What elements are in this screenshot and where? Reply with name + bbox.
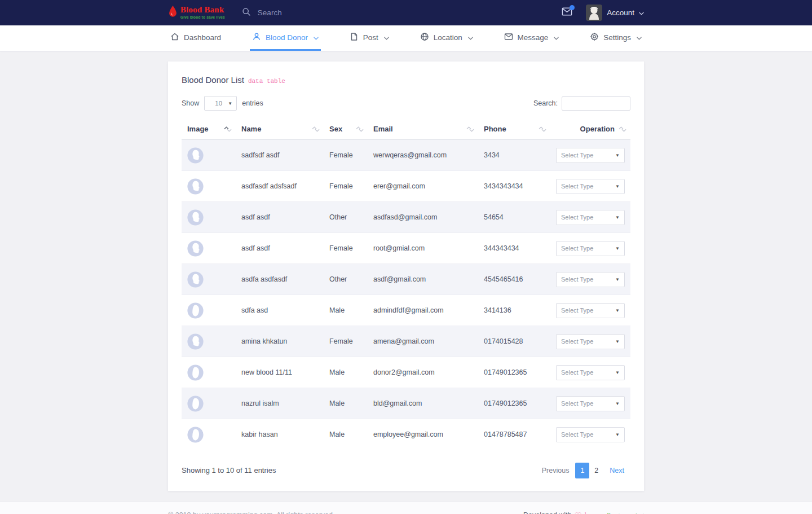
sort-icons (466, 126, 474, 132)
logo-tagline: Give blood to save lives (180, 16, 225, 20)
table-search-input[interactable] (562, 96, 630, 111)
table-info: Showing 1 to 10 of 11 entries (182, 466, 276, 475)
select-caret-icon: ▼ (615, 215, 620, 220)
donor-name: asdfa asdfasdf (236, 264, 324, 295)
operation-select[interactable]: Select Type▼ (556, 427, 625, 442)
donor-email: amena@gmail.com (368, 326, 478, 357)
donor-email: bld@gmail.com (368, 388, 478, 419)
entries-label: entries (242, 99, 263, 107)
column-header-operation[interactable]: Operation (550, 120, 630, 140)
search-icon (242, 7, 251, 19)
pagination-next[interactable]: Next (603, 463, 630, 478)
donor-email: werwqeras@gmail.com (368, 140, 478, 171)
table-row: sdfa asd Male admindfdf@gmail.com 341413… (182, 295, 630, 326)
select-caret-icon: ▼ (615, 153, 620, 158)
operation-select[interactable]: Select Type▼ (556, 148, 625, 163)
operation-select[interactable]: Select Type▼ (556, 210, 625, 225)
donor-phone: 01749012365 (478, 357, 550, 388)
sort-icons (619, 126, 626, 132)
donor-email: asdfasd@gmail.com (368, 202, 478, 233)
table-search-label: Search: (533, 99, 558, 107)
user-icon (252, 32, 261, 43)
donor-email: employee@gmail.com (368, 419, 478, 450)
home-icon (170, 32, 179, 43)
operation-select[interactable]: Select Type▼ (556, 334, 625, 349)
blood-drop-icon (168, 5, 178, 21)
table-row: sadfsdf asdf Female werwqeras@gmail.com … (182, 140, 630, 171)
donor-phone: 3414136 (478, 295, 550, 326)
table-row: new blood 11/11 Male donor2@gmail.com 01… (182, 357, 630, 388)
donor-email: admindfdf@gmail.com (368, 295, 478, 326)
topbar: Blood Bank Give blood to save lives (0, 0, 812, 25)
donor-email: erer@gmail.com (368, 171, 478, 202)
donor-sex: Male (324, 388, 368, 419)
pagination-page-2[interactable]: 2 (589, 463, 603, 478)
account-menu[interactable]: Account (586, 5, 644, 21)
page-length-value: 10 (215, 100, 222, 107)
nav-item-location[interactable]: Location (418, 25, 475, 51)
operation-select[interactable]: Select Type▼ (556, 272, 625, 287)
nav-item-blood-donor[interactable]: Blood Donor (250, 25, 321, 51)
developed-with: Developed with ♡ by yourProgramming (523, 511, 644, 514)
donor-name: asdf asdf (236, 233, 324, 264)
donor-sex: Male (324, 295, 368, 326)
pagination-previous[interactable]: Previous (536, 463, 576, 478)
operation-select[interactable]: Select Type▼ (556, 365, 625, 380)
nav-label: Dashboard (184, 33, 221, 42)
donor-name: kabir hasan (236, 419, 324, 450)
select-caret-icon: ▼ (615, 339, 620, 344)
column-header-image[interactable]: Image (182, 120, 236, 140)
select-caret-icon: ▼ (615, 370, 620, 375)
donor-phone: 01478785487 (478, 419, 550, 450)
operation-select[interactable]: Select Type▼ (556, 179, 625, 194)
operation-select[interactable]: Select Type▼ (556, 241, 625, 256)
donor-email: donor2@gmail.com (368, 357, 478, 388)
copyright-text: © 2018 by yourprogramming.com. All right… (168, 511, 334, 514)
nav-item-post[interactable]: Post (347, 25, 391, 51)
donor-list-card: Blood Donor List data table Show 10 ▼ en… (168, 61, 644, 491)
select-caret-icon: ▼ (615, 246, 620, 251)
donor-phone: 0174015428 (478, 326, 550, 357)
account-avatar (586, 5, 602, 21)
donor-sex: Other (324, 264, 368, 295)
donor-phone: 344343434 (478, 233, 550, 264)
table-row: amina khkatun Female amena@gmail.com 017… (182, 326, 630, 357)
donor-table: Image Name Sex (182, 120, 630, 450)
donor-avatar (187, 333, 204, 350)
nav-item-message[interactable]: Message (502, 25, 562, 51)
page-length-select[interactable]: 10 ▼ (204, 96, 237, 111)
select-caret-icon: ▼ (615, 432, 620, 437)
select-caret-icon: ▼ (228, 101, 232, 106)
operation-select[interactable]: Select Type▼ (556, 303, 625, 318)
donor-avatar (187, 178, 204, 195)
donor-email: root@gmial.com (368, 233, 478, 264)
brand-link[interactable]: yourProgramming (594, 511, 644, 514)
column-header-sex[interactable]: Sex (324, 120, 368, 140)
donor-avatar (187, 427, 204, 443)
column-header-email[interactable]: Email (368, 120, 478, 140)
topbar-search-input[interactable] (258, 8, 382, 17)
donor-name: amina khkatun (236, 326, 324, 357)
mail-button[interactable] (562, 7, 572, 18)
main-nav: Dashboard Blood Donor Post (0, 25, 812, 51)
donor-phone: 01749012365 (478, 388, 550, 419)
logo-title: Blood Bank (180, 6, 225, 15)
nav-item-settings[interactable]: Settings (588, 25, 644, 51)
nav-label: Post (363, 33, 378, 42)
operation-select[interactable]: Select Type▼ (556, 396, 625, 411)
pagination-page-1[interactable]: 1 (575, 463, 589, 478)
column-header-name[interactable]: Name (236, 120, 324, 140)
donor-sex: Female (324, 171, 368, 202)
donor-avatar (187, 147, 204, 164)
nav-item-dashboard[interactable]: Dashboard (168, 25, 223, 51)
donor-name: sdfa asd (236, 295, 324, 326)
table-row: asdfa asdfasdf Other asdf@gmail.com 4545… (182, 264, 630, 295)
chevron-down-icon (637, 33, 642, 42)
chevron-down-icon (384, 33, 389, 42)
chevron-down-icon (554, 33, 559, 42)
logo[interactable]: Blood Bank Give blood to save lives (168, 5, 225, 21)
title-badge: data table (248, 78, 285, 85)
column-header-phone[interactable]: Phone (478, 120, 550, 140)
donor-sex: Female (324, 326, 368, 357)
donor-sex: Male (324, 357, 368, 388)
